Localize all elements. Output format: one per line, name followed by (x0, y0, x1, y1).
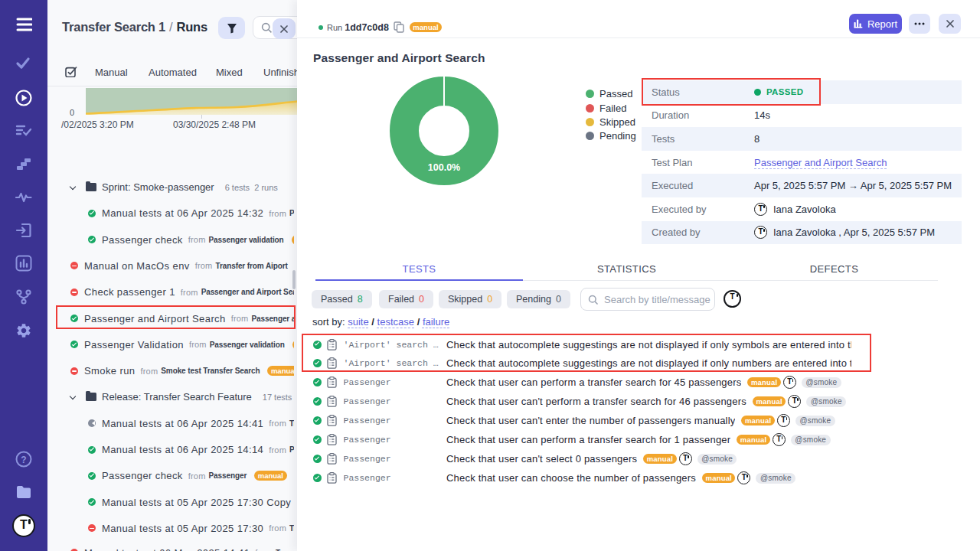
svg-text:100.0%: 100.0% (428, 162, 460, 173)
svg-text:?: ? (21, 455, 26, 465)
